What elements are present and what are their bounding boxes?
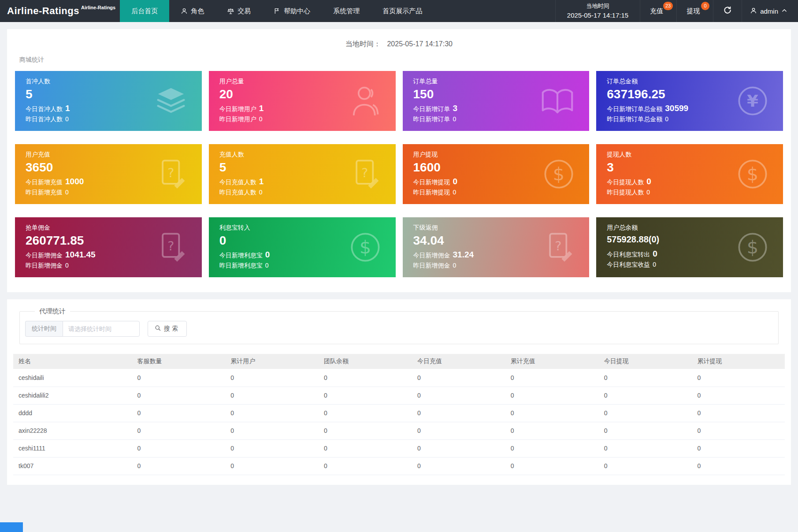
table-cell: 0: [600, 457, 693, 475]
table-cell: 0: [133, 457, 226, 475]
menu-item-4[interactable]: 帮助中心: [262, 0, 322, 22]
menu-item-2[interactable]: 角色: [169, 0, 215, 22]
menu-item-5[interactable]: 系统管理: [322, 0, 371, 22]
menu-item-label: 交易: [238, 7, 251, 15]
stat-card-3: 订单总量150今日新增订单3昨日新增订单0: [403, 71, 590, 131]
table-cell: 0: [413, 387, 506, 404]
table-cell: 0: [600, 404, 693, 422]
local-time-block: 当地时间 2025-05-17 14:17:15: [555, 0, 640, 22]
scales-icon: [227, 7, 234, 15]
svg-text:?: ?: [167, 166, 174, 180]
flag-icon: [274, 7, 281, 15]
table-cell: ceshidalili2: [13, 387, 133, 404]
stat-time-input[interactable]: [63, 321, 140, 337]
table-cell: 0: [319, 387, 413, 404]
stat-card-7: 用户提现1600今日新增提现0昨日新增提现0$: [403, 144, 590, 204]
stat-card-1: 首冲人数5今日首冲人数1昨日首冲人数0: [15, 71, 202, 131]
menu-item-6[interactable]: 首页展示产品: [371, 0, 434, 22]
table-cell: 0: [319, 404, 413, 422]
table-cell: 0: [693, 369, 785, 387]
svg-text:?: ?: [361, 166, 368, 180]
table-header-cell: 姓名: [13, 354, 133, 369]
user-name: admin: [760, 7, 778, 15]
table-cell: 0: [506, 422, 600, 439]
agent-table: 姓名客服数量累计用户团队余额今日充值累计充值今日提现累计提现 ceshidail…: [13, 354, 785, 475]
table-cell: 0: [506, 369, 600, 387]
chevron-up-icon: [781, 7, 787, 15]
doc-question-icon: ?: [352, 159, 381, 190]
svg-text:?: ?: [167, 239, 174, 253]
stat-card-12: 用户总余额575928.88(0)今日利息宝转出0今日利息宝收益0$: [596, 217, 783, 277]
menu-item-1[interactable]: 后台首页: [120, 0, 169, 22]
card-yesterday-line: 昨日新增利息宝0: [219, 262, 385, 270]
person-icon: [350, 85, 381, 117]
table-row: tk0070000000: [13, 457, 785, 475]
recharge-label: 充值: [650, 7, 663, 15]
table-header-cell: 累计用户: [226, 354, 319, 369]
table-header-cell: 今日提现: [600, 354, 693, 369]
menu-item-3[interactable]: 交易: [215, 0, 262, 22]
table-cell: 0: [693, 439, 785, 457]
table-cell: 0: [413, 457, 506, 475]
stat-card-2: 用户总量20今日新增用户1昨日新增用户0: [209, 71, 396, 131]
person-icon: [181, 7, 188, 15]
card-yesterday-line: 昨日提现人数0: [607, 189, 772, 197]
stat-card-4: 订单总金额637196.25今日新增订单总金额30599昨日新增订单总金额0¥: [596, 71, 783, 131]
section-title: 商城统计: [19, 56, 783, 64]
search-button[interactable]: 搜索: [148, 321, 187, 337]
table-cell: tk007: [13, 457, 133, 475]
table-header-row: 姓名客服数量累计用户团队余额今日充值累计充值今日提现累计提现: [13, 354, 785, 369]
table-row: ceshidaili0000000: [13, 369, 785, 387]
withdraw-nav-button[interactable]: 提现 0: [676, 0, 713, 22]
table-cell: 0: [600, 387, 693, 404]
card-title: 订单总量: [413, 78, 579, 86]
yen-circle-icon: ¥: [737, 86, 768, 116]
dollar-circle-icon: $: [737, 232, 768, 263]
svg-text:$: $: [747, 163, 758, 185]
dollar-circle-icon: $: [350, 232, 381, 263]
table-cell: 0: [319, 422, 413, 439]
table-header-cell: 今日充值: [413, 354, 506, 369]
menu-item-label: 后台首页: [131, 7, 158, 15]
card-title: 抢单佣金: [26, 224, 191, 232]
table-row: dddd0000000: [13, 404, 785, 422]
card-yesterday-line: 昨日新增订单0: [413, 115, 579, 123]
table-cell: ceshidaili: [13, 369, 133, 387]
card-yesterday-line: 昨日新增订单总金额0: [607, 115, 772, 123]
table-cell: 0: [506, 387, 600, 404]
table-cell: 0: [693, 387, 785, 404]
table-cell: 0: [319, 439, 413, 457]
app-logo-superscript: Airline-Ratings: [81, 5, 115, 10]
card-title: 利息宝转入: [219, 224, 385, 232]
app-logo: Airline-Ratings Airline-Ratings: [0, 0, 120, 22]
table-cell: 0: [133, 404, 226, 422]
card-title: 下级返佣: [413, 224, 579, 232]
doc-question-icon: ?: [158, 159, 187, 190]
card-yesterday-line: 昨日充值人数0: [219, 189, 385, 197]
table-cell: 0: [226, 439, 319, 457]
menu-item-label: 首页展示产品: [382, 7, 422, 15]
card-yesterday-line: 昨日新增佣金0: [26, 262, 191, 270]
table-row: ceshidalili20000000: [13, 387, 785, 404]
stat-cards-grid: 首冲人数5今日首冲人数1昨日首冲人数0用户总量20今日新增用户1昨日新增用户0订…: [15, 71, 783, 277]
table-cell: 0: [133, 387, 226, 404]
stat-time-label: 统计时间: [25, 321, 63, 337]
refresh-button[interactable]: [713, 0, 742, 22]
recharge-nav-button[interactable]: 充值 23: [640, 0, 676, 22]
stat-card-11: 下级返佣34.04今日新增佣金31.24昨日新增佣金0?: [403, 217, 590, 277]
card-title: 订单总金额: [607, 78, 772, 86]
table-row: ceshi11110000000: [13, 439, 785, 457]
dollar-circle-icon: $: [737, 159, 768, 190]
svg-text:$: $: [747, 236, 758, 258]
refresh-icon: [723, 6, 732, 16]
user-menu[interactable]: admin: [742, 0, 798, 22]
bottom-blue-button[interactable]: [0, 522, 23, 532]
table-cell: 0: [693, 457, 785, 475]
search-icon: [155, 325, 161, 333]
card-title: 首冲人数: [26, 78, 191, 86]
svg-text:?: ?: [555, 239, 561, 253]
table-cell: 0: [506, 404, 600, 422]
agent-filter-row: 统计时间 搜索: [25, 321, 778, 337]
svg-text:¥: ¥: [747, 91, 758, 111]
table-cell: 0: [319, 457, 413, 475]
